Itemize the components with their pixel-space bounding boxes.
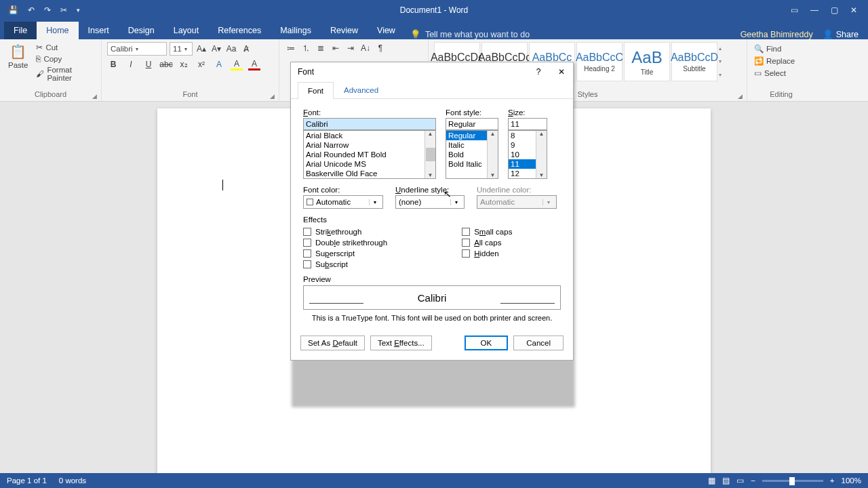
highlight-icon[interactable]: A [231, 58, 243, 70]
launcher-icon[interactable]: ◢ [270, 93, 275, 100]
font-list[interactable]: Arial Black Arial Narrow Arial Rounded M… [303, 130, 436, 179]
sort-icon[interactable]: A↓ [359, 42, 372, 54]
close-icon[interactable]: ✕ [850, 5, 857, 15]
font-size-combo[interactable]: 11▾ [170, 42, 193, 56]
select-button[interactable]: ▭Select [753, 68, 810, 79]
superscript-button[interactable]: x² [195, 58, 208, 70]
tab-design[interactable]: Design [119, 22, 164, 39]
scroll-down-icon[interactable]: ▼ [490, 172, 496, 178]
ribbon-options-icon[interactable]: ▭ [791, 5, 798, 15]
status-page[interactable]: Page 1 of 1 [7, 476, 47, 485]
dialog-titlebar[interactable]: Font ? ✕ [291, 62, 573, 81]
chk-subscript[interactable]: Subscript [303, 259, 387, 270]
style-heading2[interactable]: AaBbCcCHeading 2 [576, 42, 623, 81]
dialog-tab-advanced[interactable]: Advanced [334, 81, 389, 98]
save-icon[interactable]: 💾 [8, 5, 18, 15]
multilevel-icon[interactable]: ≣ [315, 42, 327, 54]
font-name-input[interactable] [303, 118, 436, 130]
copy-button[interactable]: ⎘Copy [35, 54, 96, 64]
view-web-icon[interactable]: ▭ [736, 476, 744, 485]
font-size-list[interactable]: 8 9 10 11 12 ▲▼ [508, 130, 547, 179]
list-item[interactable]: Arial Rounded MT Bold [304, 150, 435, 159]
replace-button[interactable]: 🔁Replace [753, 56, 810, 66]
user-name[interactable]: Geetha Bhimireddy [741, 30, 813, 39]
shrink-font-icon[interactable]: A▾ [210, 43, 222, 55]
text-effects-icon[interactable]: A [213, 58, 225, 70]
scrollbar[interactable]: ▲▼ [487, 131, 498, 178]
zoom-slider[interactable] [762, 480, 823, 482]
cut-button[interactable]: ✂Cut [35, 42, 96, 53]
ok-button[interactable]: OK [465, 336, 509, 350]
list-item[interactable]: Baskerville Old Face [304, 169, 435, 178]
zoom-in-icon[interactable]: + [830, 476, 835, 485]
dedent-icon[interactable]: ⇤ [330, 42, 342, 54]
tab-insert[interactable]: Insert [79, 22, 119, 39]
scroll-up-icon[interactable]: ▲ [539, 131, 545, 137]
paste-button[interactable]: 📋 Paste [5, 42, 31, 83]
close-dialog-icon[interactable]: ✕ [550, 67, 573, 77]
underline-button[interactable]: U [142, 58, 155, 70]
zoom-value[interactable]: 100% [842, 476, 861, 485]
strike-button[interactable]: abc [160, 58, 172, 70]
tab-view[interactable]: View [368, 22, 405, 39]
underline-style-dropdown[interactable]: (none)▾ [395, 195, 465, 209]
font-name-combo[interactable]: Calibri▾ [107, 42, 167, 56]
dialog-tab-font[interactable]: Font [298, 82, 334, 99]
format-painter-button[interactable]: 🖌Format Painter [35, 65, 96, 83]
tab-review[interactable]: Review [321, 22, 368, 39]
font-style-list[interactable]: Regular Italic Bold Bold Italic ▲▼ [446, 130, 498, 179]
zoom-out-icon[interactable]: − [751, 476, 755, 485]
font-color-icon[interactable]: A [248, 58, 260, 70]
clear-format-icon[interactable]: A̷ [240, 43, 252, 55]
font-style-input[interactable] [446, 118, 498, 130]
chk-double-strike[interactable]: Double strikethrough [303, 237, 387, 248]
numbering-icon[interactable]: ⒈ [300, 42, 312, 54]
italic-button[interactable]: I [125, 58, 137, 70]
style-subtitle[interactable]: AaBbCcDSubtitle [671, 42, 717, 81]
cut-qat-icon[interactable]: ✂ [60, 5, 67, 15]
find-button[interactable]: 🔍Find [753, 43, 810, 54]
chk-hidden[interactable]: Hidden [462, 248, 512, 259]
launcher-icon[interactable]: ◢ [92, 93, 97, 100]
scrollbar[interactable]: ▲▼ [536, 131, 547, 178]
list-item[interactable]: Arial Black [304, 131, 435, 140]
launcher-icon[interactable]: ◢ [738, 93, 743, 100]
tab-references[interactable]: References [208, 22, 271, 39]
indent-icon[interactable]: ⇥ [344, 42, 357, 54]
subscript-button[interactable]: x₂ [178, 58, 190, 70]
view-print-icon[interactable]: ▤ [722, 476, 730, 485]
list-item[interactable]: Arial Narrow [304, 140, 435, 150]
chk-superscript[interactable]: Superscript [303, 248, 387, 259]
scroll-up-icon[interactable]: ▲ [490, 131, 496, 137]
pilcrow-icon[interactable]: ¶ [374, 42, 387, 54]
redo-icon[interactable]: ↷ [44, 5, 51, 15]
text-effects-button[interactable]: Text Effects... [370, 336, 432, 350]
tab-layout[interactable]: Layout [164, 22, 209, 39]
chk-small-caps[interactable]: Small caps [462, 226, 512, 237]
styles-more-icon[interactable]: ▴▾▾ [719, 42, 730, 81]
tab-file[interactable]: File [4, 22, 37, 39]
scroll-down-icon[interactable]: ▼ [428, 172, 433, 178]
set-default-button[interactable]: Set As Default [300, 336, 365, 350]
slider-thumb[interactable] [789, 477, 795, 485]
minimize-icon[interactable]: — [810, 5, 818, 15]
list-item[interactable]: Arial Unicode MS [304, 159, 435, 169]
maximize-icon[interactable]: ▢ [831, 5, 838, 15]
scroll-down-icon[interactable]: ▼ [539, 172, 545, 178]
tab-home[interactable]: Home [37, 22, 78, 39]
view-read-icon[interactable]: ▦ [708, 476, 715, 485]
grow-font-icon[interactable]: A▴ [195, 43, 208, 55]
scroll-up-icon[interactable]: ▲ [428, 131, 433, 137]
tab-mailings[interactable]: Mailings [271, 22, 321, 39]
chk-all-caps[interactable]: All caps [462, 237, 512, 248]
undo-icon[interactable]: ↶ [28, 5, 35, 15]
bold-button[interactable]: B [107, 58, 119, 70]
font-size-input[interactable] [508, 118, 547, 130]
font-color-dropdown[interactable]: Automatic▾ [303, 195, 383, 209]
bullets-icon[interactable]: ≔ [285, 42, 297, 54]
chk-strikethrough[interactable]: Strikethrough [303, 226, 387, 237]
qat-more-icon[interactable]: ▾ [77, 7, 80, 14]
status-words[interactable]: 0 words [59, 476, 86, 485]
scroll-thumb[interactable] [426, 148, 435, 161]
change-case-icon[interactable]: Aa [225, 43, 237, 55]
